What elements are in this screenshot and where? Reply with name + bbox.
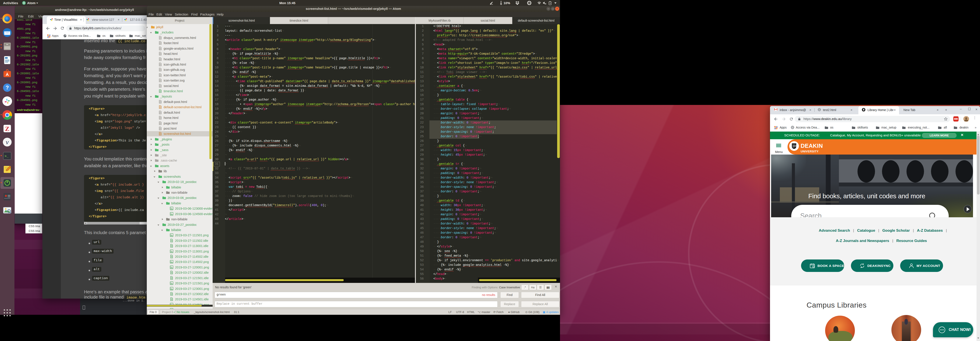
svg-text:ν: ν — [6, 138, 9, 146]
svg-text:?: ? — [6, 85, 9, 90]
svg-text:Z: Z — [5, 125, 10, 132]
svg-text:>_: >_ — [5, 155, 9, 158]
